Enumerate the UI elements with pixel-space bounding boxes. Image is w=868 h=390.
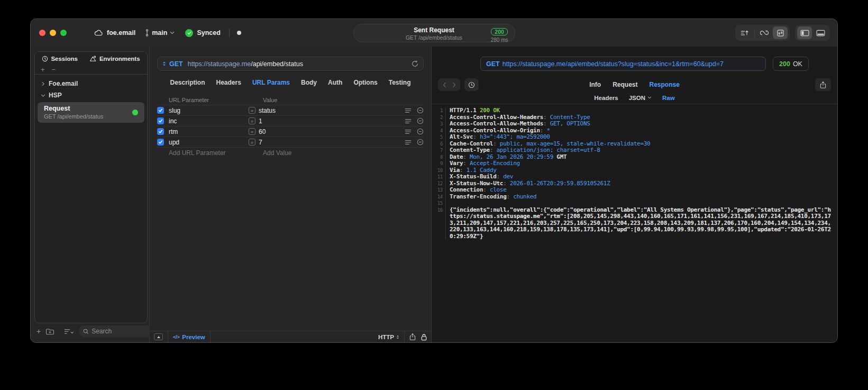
param-name[interactable]: upd: [169, 139, 249, 146]
request-method[interactable]: GET: [169, 60, 183, 68]
forward-icon[interactable]: [449, 82, 459, 88]
response-url-box[interactable]: GET https://statuspage.me/api/embed/stat…: [480, 57, 766, 71]
collapse-editor-icon[interactable]: [154, 333, 163, 340]
remove-row-icon[interactable]: [417, 107, 424, 114]
session-tree: Foe.email HSP Request GET /api/embed/sta…: [35, 75, 147, 323]
request-url-domain[interactable]: https://statuspage.me: [188, 60, 251, 68]
param-row[interactable]: rtm=60: [157, 126, 424, 137]
param-enabled-checkbox[interactable]: [157, 107, 164, 114]
add-request-button[interactable]: +: [36, 328, 41, 334]
traffic-lights: [39, 30, 67, 36]
tab-label: Info: [589, 81, 601, 88]
tab-request[interactable]: Request: [613, 81, 637, 88]
tab-info[interactable]: Info: [589, 81, 601, 88]
toggle-bottom-panel-icon[interactable]: [813, 26, 828, 39]
tab-description[interactable]: Description: [170, 79, 205, 87]
tab-body[interactable]: Body: [301, 79, 317, 87]
synced-check-icon: [185, 29, 193, 37]
add-param-row[interactable]: Add URL Parameter Add Value: [157, 148, 424, 158]
tab-raw[interactable]: Raw: [662, 95, 675, 101]
tools-separator: [754, 29, 755, 37]
equals-icon: =: [249, 107, 255, 114]
param-value[interactable]: 7: [259, 139, 262, 146]
line-number: 16: [432, 207, 446, 240]
sync-status[interactable]: Synced: [185, 29, 220, 37]
param-enabled-checkbox[interactable]: [157, 139, 164, 146]
request-summary-pill[interactable]: Sent Request GET /api/embed/status 200 2…: [353, 24, 515, 42]
send-receive-icon[interactable]: [773, 26, 788, 39]
add-value[interactable]: Add Value: [263, 149, 292, 157]
response-line: 14Transfer-Encoding: chunked: [432, 194, 837, 201]
add-session-button[interactable]: +: [41, 67, 45, 72]
export-response-icon[interactable]: [815, 78, 831, 91]
param-name[interactable]: slug: [169, 107, 249, 114]
toggle-sidebar-icon[interactable]: [797, 26, 812, 39]
tab-label: Testing: [389, 79, 411, 86]
param-row[interactable]: upd=7: [157, 137, 424, 148]
history-clock-icon[interactable]: [464, 78, 479, 91]
tab-headers[interactable]: Headers: [216, 79, 241, 87]
line-number: 15: [432, 200, 446, 207]
tab-headers[interactable]: Headers: [594, 95, 618, 101]
param-value[interactable]: 60: [259, 128, 266, 135]
request-url-path[interactable]: /api/embed/status: [251, 60, 303, 68]
param-name[interactable]: rtm: [169, 128, 249, 135]
tab-auth[interactable]: Auth: [328, 79, 342, 87]
tab-response[interactable]: Response: [649, 81, 679, 88]
row-options-icon[interactable]: [405, 108, 412, 113]
sessions-clock-icon: [42, 56, 48, 62]
row-options-icon[interactable]: [405, 129, 412, 134]
tab-options[interactable]: Options: [353, 79, 377, 87]
back-icon[interactable]: [440, 82, 449, 88]
import-export-icon[interactable]: [737, 26, 752, 39]
param-value[interactable]: 1: [259, 117, 262, 125]
tree-group-foe-email[interactable]: Foe.email: [36, 78, 145, 89]
row-options-icon[interactable]: [405, 119, 412, 124]
remove-row-icon[interactable]: [417, 139, 424, 146]
share-icon[interactable]: [409, 333, 416, 341]
sidebar-request-item[interactable]: Request GET /api/embed/status: [38, 102, 144, 123]
tab-sessions[interactable]: Sessions: [42, 56, 78, 62]
param-enabled-checkbox[interactable]: [157, 128, 164, 135]
tab-url-params[interactable]: URL Params: [252, 79, 290, 87]
protocol-selector[interactable]: HTTP: [378, 334, 399, 340]
new-folder-icon[interactable]: [45, 328, 54, 335]
tab-json[interactable]: JSON: [629, 95, 652, 101]
param-name[interactable]: inc: [169, 117, 249, 125]
param-enabled-checkbox[interactable]: [157, 117, 164, 124]
lasso-requests-icon[interactable]: [757, 26, 772, 39]
param-row[interactable]: inc=1: [157, 116, 424, 126]
tab-environments[interactable]: Environments: [89, 56, 140, 62]
method-dropdown-icon[interactable]: [162, 61, 166, 67]
lock-icon[interactable]: [421, 333, 427, 341]
zoom-button[interactable]: [60, 30, 67, 36]
footer-divider: [404, 331, 405, 343]
tab-testing[interactable]: Testing: [389, 79, 411, 87]
sort-options-icon[interactable]: [64, 329, 74, 334]
close-button[interactable]: [39, 30, 45, 36]
tab-label: Raw: [662, 95, 675, 101]
remove-row-icon[interactable]: [417, 128, 424, 135]
tree-group-hsp[interactable]: HSP: [36, 89, 145, 101]
response-pane: GET https://statuspage.me/api/embed/stat…: [432, 47, 837, 342]
minimize-button[interactable]: [50, 30, 56, 36]
preview-button[interactable]: Preview: [182, 334, 205, 340]
param-value[interactable]: status: [259, 107, 276, 114]
request-footer: </> Preview HTTP: [150, 331, 431, 342]
param-row[interactable]: slug=status: [157, 105, 424, 116]
url-params-editor: URL Parameter Value slug=statusinc=1rtm=…: [150, 95, 431, 158]
chevron-down-icon: [41, 94, 45, 97]
branch-name: main: [152, 29, 167, 37]
resend-icon[interactable]: [412, 60, 418, 67]
params-header: URL Parameter Value: [157, 95, 424, 105]
code-preview-icon: </>: [173, 334, 179, 340]
project-menu[interactable]: foe.email: [94, 29, 135, 37]
tab-label: Response: [649, 81, 679, 88]
row-options-icon[interactable]: [405, 140, 412, 145]
sidebar-add-remove: + −: [35, 66, 147, 75]
add-url-parameter[interactable]: Add URL Parameter: [169, 149, 253, 157]
remove-row-icon[interactable]: [417, 117, 424, 124]
request-url-bar[interactable]: GET https://statuspage.me /api/embed/sta…: [157, 57, 424, 71]
remove-session-button[interactable]: −: [52, 67, 56, 72]
branch-menu[interactable]: main: [145, 29, 175, 37]
